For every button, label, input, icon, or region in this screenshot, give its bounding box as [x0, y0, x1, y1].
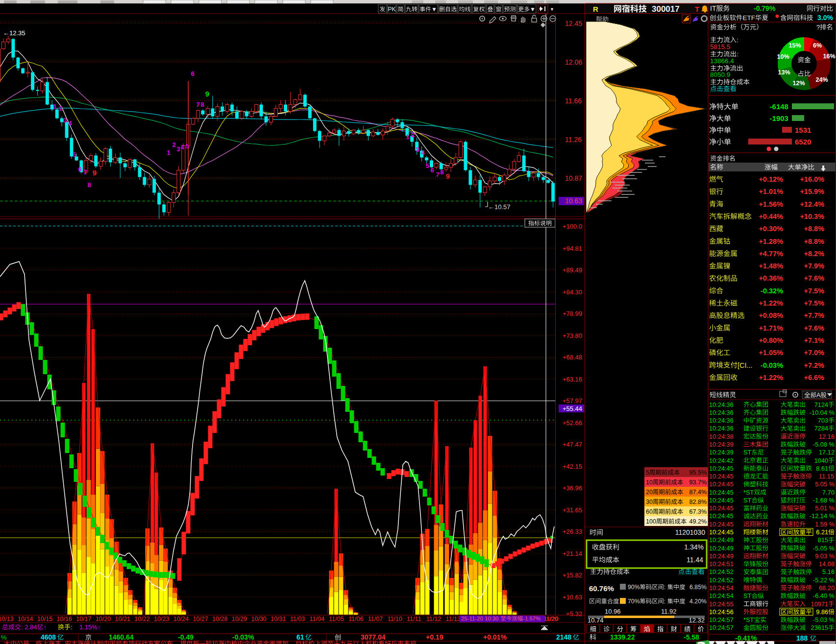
svg-text:+12.4%: +12.4%: [800, 200, 824, 208]
svg-text:8: 8: [87, 181, 91, 189]
svg-text:60.76%: 60.76%: [589, 584, 614, 593]
svg-text:-6148: -6148: [770, 102, 788, 111]
svg-text:+1.71%: +1.71%: [759, 324, 783, 332]
svg-text:17.12: 17.12: [819, 449, 835, 456]
svg-text:+36.96: +36.96: [563, 484, 582, 492]
svg-text:10.96: 10.96: [605, 608, 621, 615]
svg-text:+31.65: +31.65: [563, 506, 582, 514]
svg-text:11/05: 11/05: [329, 616, 344, 622]
svg-text:11.44: 11.44: [687, 556, 703, 564]
svg-text:+6.6%: +6.6%: [804, 374, 825, 382]
svg-text:93.7%: 93.7%: [689, 479, 707, 486]
svg-text:10:24:52: 10:24:52: [709, 576, 734, 584]
svg-text:-1.68 %: -1.68 %: [813, 497, 835, 504]
svg-text:11/13: 11/13: [446, 616, 461, 622]
svg-text:10/29: 10/29: [232, 616, 247, 622]
svg-text:95.5%: 95.5%: [689, 469, 707, 476]
svg-text:-10.04 %: -10.04 %: [810, 409, 835, 416]
svg-text:15%: 15%: [789, 42, 801, 49]
svg-text:+7.6%: +7.6%: [804, 324, 825, 332]
svg-text:11/11: 11/11: [407, 616, 421, 622]
svg-text:12.06: 12.06: [565, 58, 582, 66]
svg-text:3: 3: [176, 145, 180, 153]
svg-text:5: 5: [646, 469, 649, 476]
svg-text::: :: [737, 36, 738, 44]
svg-text:10:24:51: 10:24:51: [709, 560, 734, 568]
svg-text:1531: 1531: [795, 126, 811, 134]
svg-text:10:24:45: 10:24:45: [709, 465, 734, 472]
svg-text:+1.28%: +1.28%: [759, 238, 783, 245]
svg-text:70%: 70%: [628, 598, 640, 605]
svg-text:←10.57: ←10.57: [488, 203, 511, 211]
svg-text:6: 6: [78, 166, 81, 173]
svg-text:30: 30: [646, 499, 653, 505]
svg-text:+1.56%: +1.56%: [759, 200, 783, 208]
svg-text:87.4%: 87.4%: [689, 489, 707, 496]
svg-text:[CI...: [CI...: [738, 361, 753, 369]
svg-text::: :: [71, 623, 73, 631]
svg-text:▼: ▼: [431, 6, 437, 13]
svg-text:2148: 2148: [556, 633, 571, 641]
svg-text:-0.79%: -0.79%: [754, 4, 776, 12]
svg-text:+0.08%: +0.08%: [759, 311, 783, 319]
svg-text:7284: 7284: [814, 425, 828, 432]
svg-text:8: 8: [200, 101, 204, 108]
svg-text:7: 7: [436, 171, 439, 178]
svg-text:↑: ↑: [44, 623, 47, 631]
svg-text:+21.14: +21.14: [563, 550, 582, 557]
svg-text:10/27: 10/27: [193, 616, 208, 622]
svg-text:10:24:54: 10:24:54: [709, 592, 734, 599]
svg-text:9.86: 9.86: [816, 608, 828, 616]
svg-text:+1.48%: +1.48%: [759, 262, 783, 270]
svg-text:4608: 4608: [41, 633, 56, 641]
svg-text:-5.58: -5.58: [684, 633, 699, 641]
svg-text:5815.5: 5815.5: [710, 43, 730, 50]
svg-text:+0.01%: +0.01%: [483, 633, 507, 641]
svg-text:5.05 %: 5.05 %: [815, 480, 835, 488]
svg-text:+7.0%: +7.0%: [804, 349, 825, 357]
svg-text:+16.0%: +16.0%: [800, 175, 824, 183]
svg-text:?: ?: [816, 24, 820, 31]
svg-text:+1.22%: +1.22%: [759, 299, 783, 307]
svg-text:6.21: 6.21: [816, 528, 828, 536]
svg-text:-1903: -1903: [770, 114, 788, 122]
svg-text:9: 9: [446, 172, 450, 180]
svg-text:11201030: 11201030: [675, 528, 705, 536]
svg-text:10:24:36: 10:24:36: [709, 409, 734, 416]
svg-text:11/12: 11/12: [426, 616, 441, 622]
svg-text:703: 703: [818, 417, 828, 424]
svg-text:1: 1: [406, 133, 409, 141]
svg-text:+0.36%: +0.36%: [759, 274, 783, 282]
svg-text:10:24:45: 10:24:45: [709, 497, 734, 504]
svg-text:1.59 %: 1.59 %: [815, 521, 835, 528]
svg-text:5: 5: [73, 151, 76, 158]
svg-text:+0.44%: +0.44%: [759, 213, 783, 220]
svg-text:9: 9: [205, 90, 209, 98]
svg-text:10: 10: [646, 479, 653, 486]
svg-text:+15.82: +15.82: [563, 572, 582, 579]
svg-text:*ST: *ST: [743, 616, 754, 623]
svg-text:10:24:45: 10:24:45: [709, 480, 734, 488]
svg-text:10:24:45: 10:24:45: [709, 521, 734, 528]
svg-text:: 2.84: : 2.84: [21, 623, 37, 631]
svg-text:7.70: 7.70: [822, 489, 835, 496]
svg-text:-0.03%: -0.03%: [761, 361, 783, 369]
svg-text:+1.01%: +1.01%: [759, 188, 783, 195]
svg-text:-6.40 %: -6.40 %: [813, 592, 835, 599]
svg-text:+1.22%: +1.22%: [759, 374, 783, 382]
svg-text:+55.44: +55.44: [563, 405, 582, 412]
svg-text:-5.08 %: -5.08 %: [813, 441, 835, 448]
svg-text:10:24:55: 10:24:55: [709, 600, 734, 608]
svg-text:7: 7: [83, 168, 87, 176]
svg-text:7: 7: [196, 101, 199, 108]
svg-text:+7.9%: +7.9%: [804, 262, 825, 270]
svg-text:+8.2%: +8.2%: [804, 250, 825, 258]
svg-text:ETF: ETF: [743, 14, 756, 22]
svg-text:11.15: 11.15: [819, 473, 834, 480]
svg-text:10:24:49: 10:24:49: [709, 545, 734, 552]
svg-text:8: 8: [440, 168, 443, 176]
svg-text:+42.15: +42.15: [563, 463, 582, 470]
svg-text:9.03 %: 9.03 %: [815, 552, 835, 560]
svg-text:10:24:36: 10:24:36: [709, 425, 734, 432]
svg-text:+84.30: +84.30: [563, 288, 582, 296]
